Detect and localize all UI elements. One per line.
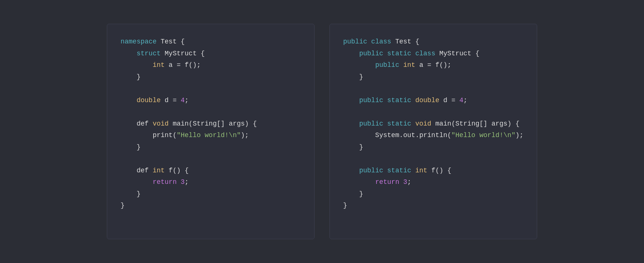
left-code-panel: namespace Test { struct MyStruct { int a… [107, 24, 315, 239]
left-code-block: namespace Test { struct MyStruct { int a… [121, 36, 301, 212]
right-code-panel: public class Test { public static class … [329, 24, 537, 239]
panels-container: namespace Test { struct MyStruct { int a… [92, 9, 552, 254]
right-code-block: public class Test { public static class … [343, 36, 523, 212]
